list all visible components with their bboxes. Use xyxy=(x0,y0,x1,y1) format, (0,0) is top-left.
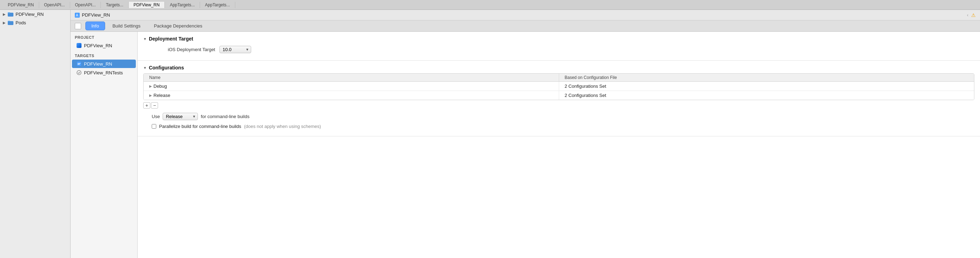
parallelize-label: Parallelize build for command-line build… xyxy=(159,124,241,129)
top-bar: PDFView_RN OpenAPI... OpenAPI... Targets… xyxy=(0,0,980,10)
settings-main: ▼ Deployment Target iOS Deployment Targe… xyxy=(138,32,980,258)
file-header: A PDFView_RN ‹ ⚠ xyxy=(70,10,980,21)
parallelize-row: Parallelize build for command-line build… xyxy=(138,122,980,130)
sidebar-item-pods[interactable]: ▶ Pods xyxy=(0,18,70,27)
project-section-header: PROJECT xyxy=(70,32,137,41)
plus-minus-row: + − xyxy=(138,100,980,111)
cmdline-select-wrapper: Release Debug ▼ xyxy=(162,113,198,120)
svg-rect-3 xyxy=(8,21,10,22)
config-row-release[interactable]: ▶ Release 2 Configurations Set xyxy=(143,91,974,100)
expand-arrow-icon: ▶ xyxy=(3,12,6,16)
ios-version-select-wrapper: 10.0 11.0 12.0 13.0 14.0 15.0 ▼ xyxy=(220,46,251,53)
svg-point-9 xyxy=(77,71,81,75)
ios-deployment-target-row: iOS Deployment Target 10.0 11.0 12.0 13.… xyxy=(138,44,980,55)
configurations-title: Configurations xyxy=(149,65,184,71)
tab-package-dependencies[interactable]: Package Dependencies xyxy=(148,22,208,30)
topbar-tab-6[interactable]: AppTargets... xyxy=(200,2,235,8)
topbar-tab-label-5: AppTargets... xyxy=(170,2,195,7)
parallelize-hint: (does not apply when using schemes) xyxy=(244,124,321,129)
topbar-tab-3[interactable]: Targets... xyxy=(101,2,129,8)
topbar-tab-label-3: Targets... xyxy=(106,2,123,7)
file-header-actions: ‹ ⚠ xyxy=(967,12,976,18)
topbar-tab-1[interactable]: OpenAPI... xyxy=(39,2,70,8)
svg-rect-7 xyxy=(78,63,80,64)
folder-blue-icon xyxy=(8,11,13,17)
configurations-section: ▼ Configurations Name Based on Configura… xyxy=(138,61,980,136)
topbar-tab-4[interactable]: PDFView_RN xyxy=(129,2,165,8)
topbar-tab-5[interactable]: AppTargets... xyxy=(165,2,200,8)
cmdline-suffix-label: for command-line builds xyxy=(201,114,250,119)
file-header-title: PDFView_RN xyxy=(82,12,110,17)
project-panel: PROJECT PDFView_RN TARGETS xyxy=(70,32,138,258)
config-table-header: Name Based on Configuration File xyxy=(143,74,974,82)
toggle-checkbox[interactable] xyxy=(75,23,81,29)
deployment-expand-icon: ▼ xyxy=(143,37,147,41)
svg-text:A: A xyxy=(76,13,78,17)
project-item-label: PDFView_RN xyxy=(84,43,112,48)
file-header-icon: A xyxy=(75,13,80,17)
project-item-pdfview[interactable]: PDFView_RN xyxy=(72,41,136,50)
target-item-pdfviewtests[interactable]: PDFView_RNTests xyxy=(72,68,136,77)
deployment-target-section: ▼ Deployment Target iOS Deployment Targe… xyxy=(138,32,980,61)
config-table: Name Based on Configuration File ▶ Debug… xyxy=(143,73,974,100)
deployment-target-header[interactable]: ▼ Deployment Target xyxy=(138,32,980,44)
row-expand-release-icon: ▶ xyxy=(149,93,152,97)
expand-arrow-pods-icon: ▶ xyxy=(3,21,6,25)
target-item-pdfview-label: PDFView_RN xyxy=(84,61,112,66)
ios-version-select[interactable]: 10.0 11.0 12.0 13.0 14.0 15.0 xyxy=(220,46,251,53)
sidebar-item-pdfview-label: PDFView_RN xyxy=(16,12,44,17)
col-name-header: Name xyxy=(143,74,559,81)
remove-config-button[interactable]: − xyxy=(151,102,158,109)
folder-blue-pods-icon xyxy=(8,20,13,25)
sidebar-item-pdfview[interactable]: ▶ PDFView_RN xyxy=(0,10,70,18)
cmdline-prefix-label: Use xyxy=(152,114,160,119)
targets-section-header: TARGETS xyxy=(70,50,137,59)
sidebar-item-pods-label: Pods xyxy=(16,20,26,25)
config-row-debug[interactable]: ▶ Debug 2 Configurations Set xyxy=(143,82,974,91)
tab-build-settings[interactable]: Build Settings xyxy=(107,22,147,30)
warning-icon: ⚠ xyxy=(971,12,976,18)
topbar-tab-label-1: OpenAPI... xyxy=(44,2,65,7)
topbar-tab-label-2: OpenAPI... xyxy=(75,2,96,7)
svg-rect-6 xyxy=(77,62,81,66)
col-config-header: Based on Configuration File xyxy=(559,74,974,81)
config-release-name: ▶ Release xyxy=(143,91,559,100)
config-release-value: 2 Configurations Set xyxy=(559,91,974,100)
svg-rect-8 xyxy=(78,64,80,65)
two-pane: PROJECT PDFView_RN TARGETS xyxy=(70,32,980,258)
tabs-bar: Info Build Settings Package Dependencies xyxy=(70,21,980,32)
left-sidebar: ▶ PDFView_RN ▶ Pods xyxy=(0,10,70,258)
config-debug-label: Debug xyxy=(153,84,167,89)
content-area: A PDFView_RN ‹ ⚠ Info Build Settings Pac… xyxy=(70,10,980,258)
topbar-tab-2[interactable]: OpenAPI... xyxy=(70,2,101,8)
configurations-header[interactable]: ▼ Configurations xyxy=(138,61,980,73)
topbar-tab-0[interactable]: PDFView_RN xyxy=(3,2,39,8)
add-config-button[interactable]: + xyxy=(143,102,150,109)
target-item-tests-label: PDFView_RNTests xyxy=(84,70,123,76)
cmdline-build-select[interactable]: Release Debug xyxy=(162,113,198,120)
target-item-pdfview[interactable]: PDFView_RN xyxy=(72,60,136,68)
svg-rect-1 xyxy=(8,12,10,13)
ios-deployment-label: iOS Deployment Target xyxy=(152,47,215,52)
main-layout: ▶ PDFView_RN ▶ Pods xyxy=(0,10,980,258)
project-app-icon xyxy=(76,43,82,48)
config-debug-value: 2 Configurations Set xyxy=(559,82,974,90)
configurations-expand-icon: ▼ xyxy=(143,66,147,70)
config-debug-name: ▶ Debug xyxy=(143,82,559,90)
tab-info[interactable]: Info xyxy=(85,22,105,30)
parallelize-checkbox[interactable] xyxy=(152,124,156,129)
top-bar-tabs: PDFView_RN OpenAPI... OpenAPI... Targets… xyxy=(3,2,977,8)
topbar-tab-label-0: PDFView_RN xyxy=(8,2,34,7)
cmdline-row: Use Release Debug ▼ for command-line bui… xyxy=(138,111,980,122)
row-expand-debug-icon: ▶ xyxy=(149,84,152,88)
topbar-tab-label-4: PDFView_RN xyxy=(134,2,160,7)
config-release-label: Release xyxy=(153,93,170,98)
topbar-tab-label-6: AppTargets... xyxy=(205,2,230,7)
target-tests-icon xyxy=(76,70,82,76)
deployment-target-title: Deployment Target xyxy=(149,36,193,41)
nav-back-icon[interactable]: ‹ xyxy=(967,13,968,17)
target-cube-icon xyxy=(76,61,82,66)
